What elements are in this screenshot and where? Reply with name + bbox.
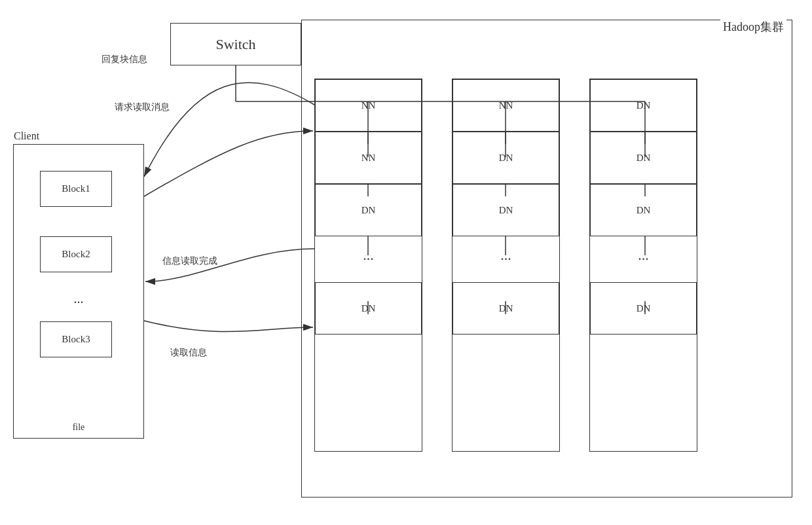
- switch-box: Switch: [170, 23, 301, 65]
- file-label: file: [14, 422, 143, 433]
- block1-box: Block1: [40, 171, 112, 207]
- server-col-1: NN NN DN ··· DN: [314, 79, 422, 452]
- server-col-3: DN DN DN ··· DN: [589, 79, 697, 452]
- read-info-label: 读取信息: [170, 347, 207, 359]
- node-dn3-top: DN: [590, 79, 697, 132]
- hadoop-cluster-label: Hadoop集群: [720, 19, 786, 35]
- diagram-container: Hadoop集群 Switch Client Block1 Block2 ···…: [0, 0, 812, 525]
- dots-middle: ···: [14, 295, 143, 310]
- reply-block-info-label: 回复块信息: [101, 54, 147, 65]
- node-nn1-mid: NN: [315, 132, 422, 184]
- node-dn2-top: DN: [452, 132, 559, 184]
- node-dn2-mid: DN: [452, 184, 559, 236]
- block3-label: Block3: [62, 334, 90, 345]
- node-dots3: ···: [590, 236, 697, 282]
- node-dn3-mid2: DN: [590, 184, 697, 236]
- node-dn3-bot: DN: [590, 282, 697, 335]
- client-label: Client: [14, 130, 39, 142]
- request-read-label: 请求读取消息: [115, 101, 170, 113]
- read-complete-label: 信息读取完成: [162, 255, 217, 267]
- block2-box: Block2: [40, 236, 112, 272]
- node-nn1-top: NN: [315, 79, 422, 132]
- block3-box: Block3: [40, 321, 112, 357]
- node-dn1-bot: DN: [315, 282, 422, 335]
- client-box: Client Block1 Block2 ··· Block3 file: [13, 144, 144, 439]
- node-nn2-top: NN: [452, 79, 559, 132]
- block2-label: Block2: [62, 249, 90, 260]
- node-dn1-top: DN: [315, 184, 422, 236]
- node-dn2-bot: DN: [452, 282, 559, 335]
- node-dn3-mid1: DN: [590, 132, 697, 184]
- node-dots1: ···: [315, 236, 422, 282]
- block1-label: Block1: [62, 183, 90, 194]
- node-dots2: ···: [452, 236, 559, 282]
- switch-label: Switch: [215, 36, 255, 53]
- server-col-2: NN DN DN ··· DN: [452, 79, 560, 452]
